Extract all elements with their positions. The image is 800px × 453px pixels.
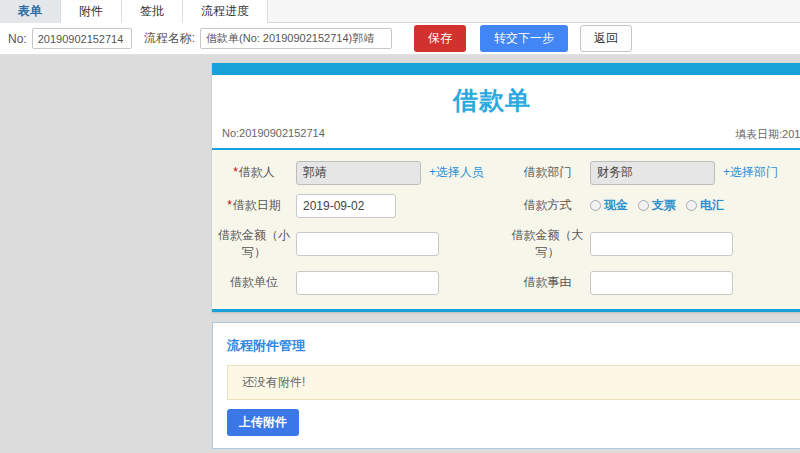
tab-approval[interactable]: 签批 [122,0,183,23]
form-fields: *借款人 +选择人员 借款部门 +选择部门 *借款日期 [212,150,800,309]
form-top-bar [212,63,800,75]
dept-label: 借款部门 [505,164,590,181]
attachment-heading: 流程附件管理 [227,337,800,355]
document-number: No:20190902152714 [222,127,325,139]
form-row-borrower-dept: *借款人 +选择人员 借款部门 +选择部门 [212,156,800,189]
tab-form[interactable]: 表单 [0,0,61,23]
form-bottom-bar [212,309,800,312]
save-button[interactable]: 保存 [414,25,466,52]
required-mark: * [227,198,232,212]
top-tab-bar: 表单 附件 签批 流程进度 [0,0,800,23]
radio-wire[interactable]: 电汇 [686,197,724,214]
amount-big-input[interactable] [590,232,733,256]
tab-progress[interactable]: 流程进度 [183,0,268,23]
form-row-amounts: 借款金额（小写） 借款金额（大写） [212,222,800,266]
upload-attachment-button[interactable]: 上传附件 [227,409,299,436]
process-name-label: 流程名称: [144,30,195,47]
no-input[interactable] [32,28,132,49]
required-mark: * [233,165,238,179]
form-row-date-method: *借款日期 借款方式 现金 支票 [212,189,800,222]
action-toolbar: No: 流程名称: 保存 转交下一步 返回 [0,23,800,55]
loan-method-options: 现金 支票 电汇 [590,197,800,214]
borrower-input[interactable] [296,161,421,185]
attachment-panel: 流程附件管理 还没有附件! 上传附件 [212,322,800,449]
loan-unit-label: 借款单位 [212,274,296,291]
select-person-link[interactable]: +选择人员 [429,164,484,181]
form-meta-row: No:20190902152714 填表日期:2019-09-02 15:27:… [212,125,800,145]
amount-small-input[interactable] [296,232,439,256]
no-attachment-alert: 还没有附件! [227,365,800,400]
radio-icon [638,200,649,211]
loan-reason-input[interactable] [590,271,733,295]
amount-big-label: 借款金额（大写） [505,227,590,261]
forward-next-step-button[interactable]: 转交下一步 [480,25,568,52]
select-dept-link[interactable]: +选择部门 [723,164,778,181]
radio-icon [590,200,601,211]
fill-date: 填表日期:2019-09-02 15:27:1 [735,127,800,142]
radio-cheque[interactable]: 支票 [638,197,676,214]
form-row-unit-reason: 借款单位 借款事由 [212,266,800,299]
loan-reason-label: 借款事由 [505,274,590,291]
main-area: 借款单 No:20190902152714 填表日期:2019-09-02 15… [0,55,800,452]
no-label: No: [8,32,27,46]
amount-small-label: 借款金额（小写） [212,227,296,261]
dept-input[interactable] [590,161,715,185]
process-name-input[interactable] [200,28,392,49]
loan-method-label: 借款方式 [505,197,590,214]
loan-date-input[interactable] [296,194,396,218]
radio-icon [686,200,697,211]
document-column: 借款单 No:20190902152714 填表日期:2019-09-02 15… [212,63,800,453]
loan-date-label: *借款日期 [212,197,296,214]
loan-unit-input[interactable] [296,271,439,295]
form-title: 借款单 [212,75,772,125]
radio-cash[interactable]: 现金 [590,197,628,214]
borrower-label: *借款人 [212,164,296,181]
loan-form-panel: 借款单 No:20190902152714 填表日期:2019-09-02 15… [212,63,800,312]
tab-attachment[interactable]: 附件 [61,0,122,23]
back-button[interactable]: 返回 [580,25,632,52]
